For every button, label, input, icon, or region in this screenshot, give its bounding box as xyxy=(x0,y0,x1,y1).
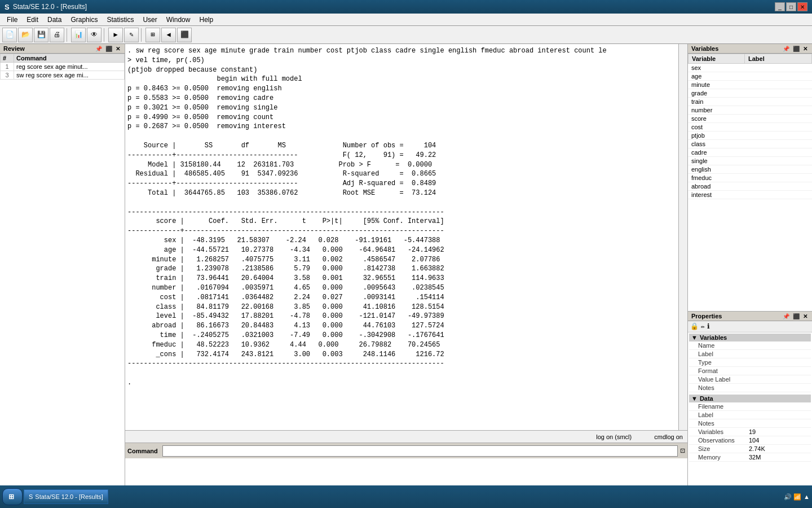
results-footer: log on (smcl) cmdlog on xyxy=(125,430,687,443)
taskbar-right: 🔊 📶 ▲ xyxy=(784,493,810,501)
props-close-icon[interactable]: ✕ xyxy=(802,313,809,319)
minimize-button[interactable]: _ xyxy=(775,2,785,11)
menu-window[interactable]: Window xyxy=(162,15,195,25)
variables-panel: Variables 📌 ⬛ ✕ Variable Label sexagemin xyxy=(688,44,812,312)
properties-title: Properties xyxy=(691,313,722,319)
do-button[interactable]: ▶ xyxy=(108,28,123,42)
props-obs-row: Observations 104 xyxy=(689,436,811,445)
props-name-row: Name xyxy=(689,341,811,350)
variable-row[interactable]: english xyxy=(688,165,812,174)
review-panel: Review 📌 ⬛ ✕ # Command 1reg score sex ag… xyxy=(0,44,125,492)
unlock-icon[interactable]: ✏ xyxy=(701,322,705,331)
variable-row[interactable]: sex xyxy=(688,64,812,72)
variable-row[interactable]: score xyxy=(688,115,812,123)
taskbar-time: ▲ xyxy=(804,493,810,500)
review-float-icon[interactable]: ⬛ xyxy=(104,46,113,52)
menu-data[interactable]: Data xyxy=(43,15,66,25)
start-button[interactable]: ⊞ xyxy=(2,488,23,505)
new-button[interactable]: 📄 xyxy=(2,28,17,42)
props-toolbar: 🔒 ✏ ℹ xyxy=(688,321,812,332)
close-button[interactable]: ✕ xyxy=(797,2,807,11)
props-format-row: Format xyxy=(689,367,811,375)
props-valuelabel-row: Value Label xyxy=(689,375,811,384)
props-var-expand-icon: ▼ xyxy=(691,334,698,341)
data-editor-button[interactable]: ⊞ xyxy=(145,28,160,42)
variable-row[interactable]: train xyxy=(688,98,812,106)
maximize-button[interactable]: □ xyxy=(786,2,796,11)
results-content[interactable]: . sw reg score sex age minute grade trai… xyxy=(125,44,678,430)
menu-help[interactable]: Help xyxy=(195,15,218,25)
review-pin-icon[interactable]: 📌 xyxy=(94,46,103,52)
variable-row[interactable]: abroad xyxy=(688,182,812,191)
props-filename-label: Filename xyxy=(698,403,749,410)
props-type-row: Type xyxy=(689,358,811,367)
props-data-label: Data xyxy=(700,395,713,402)
review-table: # Command 1reg score sex age minut...3sw… xyxy=(0,54,125,80)
variable-row[interactable]: ptjob xyxy=(688,132,812,140)
print-button[interactable]: 🖨 xyxy=(50,28,64,42)
variable-row[interactable]: grade xyxy=(688,89,812,98)
props-variables-section[interactable]: ▼ Variables xyxy=(689,334,811,341)
props-size-value: 2.74K xyxy=(749,445,765,452)
props-name-label: Name xyxy=(698,342,749,349)
var-col-variable: Variable xyxy=(689,54,745,64)
props-label-row: Label xyxy=(689,350,811,358)
props-info-icon[interactable]: ℹ xyxy=(707,322,710,331)
props-format-label: Format xyxy=(698,367,749,374)
props-obs-label: Observations xyxy=(698,437,749,444)
variable-row[interactable]: minute xyxy=(688,81,812,89)
menu-graphics[interactable]: Graphics xyxy=(66,15,102,25)
menu-user[interactable]: User xyxy=(138,15,161,25)
variables-pin-icon[interactable]: 📌 xyxy=(782,46,791,52)
viewer-button[interactable]: 👁 xyxy=(87,28,102,42)
properties-header: Properties 📌 ⬛ ✕ xyxy=(688,312,812,321)
variable-row[interactable]: number xyxy=(688,106,812,115)
review-close-icon[interactable]: ✕ xyxy=(114,46,121,52)
review-row[interactable]: 1reg score sex age minut... xyxy=(1,63,125,71)
menu-file[interactable]: File xyxy=(2,15,22,25)
variable-row[interactable]: cost xyxy=(688,123,812,132)
taskbar-stata[interactable]: S Stata/SE 12.0 - [Results] xyxy=(24,489,108,504)
back-button[interactable]: ◀ xyxy=(161,28,176,42)
variables-title: Variables xyxy=(691,45,718,52)
right-panel: Variables 📌 ⬛ ✕ Variable Label sexagemin xyxy=(688,44,812,492)
variable-row[interactable]: age xyxy=(688,72,812,81)
toolbar: 📄 📂 💾 🖨 📊 👁 ▶ ✎ ⊞ ◀ ⬛ xyxy=(0,26,812,44)
save-button[interactable]: 💾 xyxy=(34,28,48,42)
props-variables-label: Variables xyxy=(700,334,727,341)
variable-row[interactable]: interest xyxy=(688,191,812,199)
break-button[interactable]: ⬛ xyxy=(177,28,192,42)
variable-row[interactable]: cadre xyxy=(688,148,812,157)
variable-row[interactable]: fmeduc xyxy=(688,174,812,182)
variable-row[interactable]: single xyxy=(688,157,812,165)
variables-float-icon[interactable]: ⬛ xyxy=(792,46,801,52)
props-pin-icon[interactable]: 📌 xyxy=(782,313,791,319)
lock-icon[interactable]: 🔒 xyxy=(690,322,699,331)
review-row[interactable]: 3sw reg score sex age mi... xyxy=(1,71,125,80)
variable-row[interactable]: class xyxy=(688,140,812,148)
title-bar: S Stata/SE 12.0 - [Results] _ □ ✕ xyxy=(0,0,812,14)
props-data-section[interactable]: ▼ Data xyxy=(689,395,811,402)
log-button[interactable]: 📊 xyxy=(71,28,86,42)
props-content: ▼ Variables Name Label Type Format xyxy=(688,332,812,492)
open-button[interactable]: 📂 xyxy=(18,28,33,42)
menu-edit[interactable]: Edit xyxy=(22,15,43,25)
props-memory-label: Memory xyxy=(698,454,749,461)
window-title: Stata/SE 12.0 - [Results] xyxy=(13,3,87,11)
taskbar-stata-label: Stata/SE 12.0 - [Results] xyxy=(35,493,103,500)
variables-close-icon[interactable]: ✕ xyxy=(802,46,809,52)
menu-bar: File Edit Data Graphics Statistics User … xyxy=(0,14,812,26)
results-scrollbar[interactable] xyxy=(678,44,687,430)
toolbar-sep2 xyxy=(104,28,106,42)
menu-statistics[interactable]: Statistics xyxy=(102,15,138,25)
review-title: Review xyxy=(3,45,25,52)
command-input[interactable] xyxy=(162,445,678,457)
props-float-icon[interactable]: ⬛ xyxy=(792,313,801,319)
doedit-button[interactable]: ✎ xyxy=(124,28,139,42)
variables-list[interactable]: sexageminutegradetrainnumberscorecostptj… xyxy=(688,64,812,311)
props-notes-row: Notes xyxy=(689,384,811,392)
props-data-label2-row: Label xyxy=(689,411,811,419)
command-expand-icon[interactable]: ⊡ xyxy=(680,447,685,454)
variables-table: Variable Label xyxy=(688,54,812,64)
taskbar-stata-icon: S xyxy=(29,493,33,500)
